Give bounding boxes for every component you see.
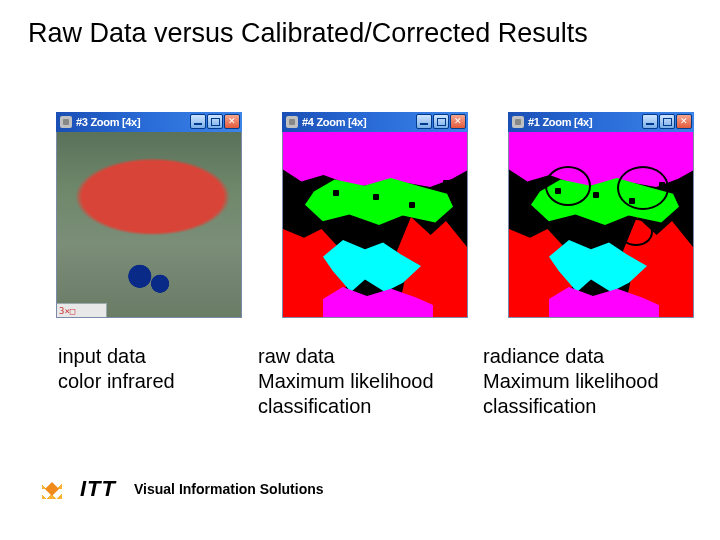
caption-line: radiance data [483, 345, 604, 367]
window-body [282, 132, 468, 318]
infrared-image [57, 132, 241, 317]
panel-raw-classification: #4 Zoom [4x] [282, 112, 468, 318]
annotation-circle [619, 218, 653, 246]
slide-title: Raw Data versus Calibrated/Corrected Res… [28, 18, 588, 49]
panel-radiance-classification: #1 Zoom [4x] [508, 112, 694, 318]
app-icon [286, 116, 298, 128]
close-button[interactable] [676, 114, 692, 129]
caption-line: Maximum likelihood [258, 370, 434, 392]
close-button[interactable] [224, 114, 240, 129]
caption-line: color infrared [58, 370, 175, 392]
window-controls [642, 114, 692, 129]
maximize-button[interactable] [433, 114, 449, 129]
window-title: #3 Zoom [4x] [76, 116, 140, 128]
classification-map [283, 132, 467, 317]
caption-line: raw data [258, 345, 335, 367]
maximize-button[interactable] [207, 114, 223, 129]
footer: ITT Visual Information Solutions [42, 476, 324, 502]
maximize-button[interactable] [659, 114, 675, 129]
window-body [508, 132, 694, 318]
caption-raw: raw data Maximum likelihood classificati… [258, 344, 483, 419]
panel-input-infrared: #3 Zoom [4x] 3×□ [56, 112, 242, 318]
minimize-button[interactable] [190, 114, 206, 129]
caption-radiance: radiance data Maximum likelihood classif… [483, 344, 693, 419]
window-titlebar: #3 Zoom [4x] [56, 112, 242, 132]
classification-map [509, 132, 693, 317]
window-titlebar: #1 Zoom [4x] [508, 112, 694, 132]
minimize-button[interactable] [416, 114, 432, 129]
window-title: #1 Zoom [4x] [528, 116, 592, 128]
status-readout: 3×□ [57, 303, 107, 317]
brand-diamond-icon [42, 479, 62, 499]
annotation-circle [545, 166, 591, 206]
caption-line: classification [483, 395, 596, 417]
caption-line: Maximum likelihood [483, 370, 659, 392]
caption-line: input data [58, 345, 146, 367]
caption-line: classification [258, 395, 371, 417]
app-icon [60, 116, 72, 128]
window-controls [416, 114, 466, 129]
brand-name: ITT [80, 476, 116, 502]
brand-tagline: Visual Information Solutions [134, 481, 324, 497]
window-controls [190, 114, 240, 129]
annotation-circle [617, 166, 669, 210]
app-icon [512, 116, 524, 128]
close-button[interactable] [450, 114, 466, 129]
caption-row: input data color infrared raw data Maxim… [58, 344, 698, 419]
caption-input: input data color infrared [58, 344, 258, 419]
panel-row: #3 Zoom [4x] 3×□ #4 Zoom [4x] [56, 112, 694, 318]
window-titlebar: #4 Zoom [4x] [282, 112, 468, 132]
window-title: #4 Zoom [4x] [302, 116, 366, 128]
minimize-button[interactable] [642, 114, 658, 129]
window-body: 3×□ [56, 132, 242, 318]
